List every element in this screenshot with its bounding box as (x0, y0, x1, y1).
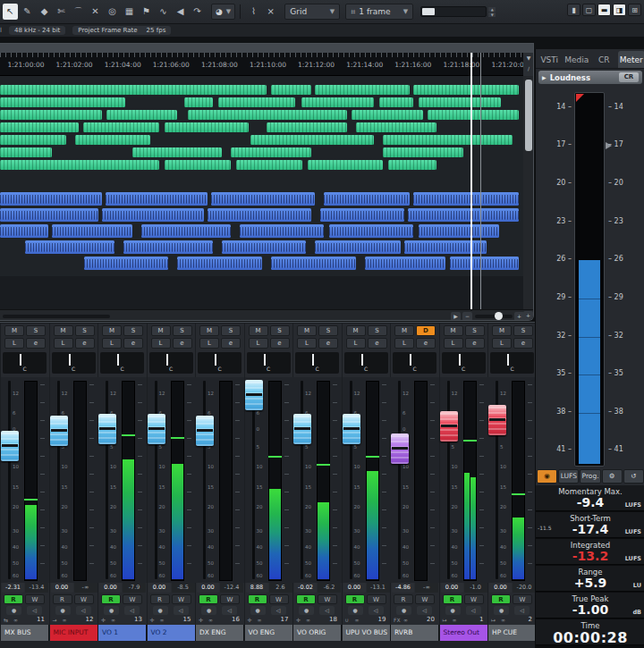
mute-button[interactable]: M (54, 325, 73, 336)
tab-meter[interactable]: Meter (618, 51, 644, 68)
draw-tool-icon[interactable]: ✎ (20, 4, 35, 20)
zoom-stepper[interactable]: ▲▼ (488, 7, 496, 17)
pan-control[interactable]: C (344, 352, 388, 374)
peak-value[interactable]: -6.2 (318, 583, 341, 593)
write-automation-button[interactable]: W (415, 594, 435, 604)
mute-button[interactable]: M (492, 325, 512, 336)
read-automation-button[interactable]: R (443, 594, 462, 604)
fader-track[interactable] (350, 381, 352, 579)
gain-value[interactable]: 0.00 (489, 583, 512, 593)
audio-clip[interactable] (25, 240, 114, 254)
write-automation-button[interactable]: W (220, 594, 240, 604)
window-zone-right-button[interactable]: ◨ (613, 4, 626, 16)
monitor-button[interactable]: ◁ (76, 606, 91, 615)
midi-clip[interactable] (383, 135, 513, 145)
gain-value[interactable]: 0.00 (51, 583, 73, 593)
pan-control[interactable]: C (247, 352, 291, 374)
play-tiny-button[interactable]: ▶ (451, 312, 461, 321)
write-automation-button[interactable]: W (25, 594, 45, 604)
gain-value[interactable]: 0.00 (441, 583, 463, 593)
write-automation-button[interactable]: W (513, 594, 532, 604)
audio-clip[interactable] (408, 208, 519, 222)
audio-clip[interactable] (404, 240, 487, 254)
monitor-button[interactable]: ◁ (369, 606, 384, 615)
fader-track[interactable] (8, 381, 11, 579)
audio-clip[interactable] (52, 224, 132, 238)
vertical-scrollbar[interactable] (523, 76, 534, 309)
frame-rate-display[interactable]: Project Frame Rate 25 fps (72, 26, 171, 35)
pan-control[interactable]: C (52, 352, 96, 374)
record-enable-button[interactable]: ● (250, 606, 266, 615)
midi-clip[interactable] (0, 122, 79, 132)
edit-channel-button[interactable]: e (513, 338, 533, 349)
pan-control[interactable]: C (149, 352, 193, 374)
midi-clip[interactable] (0, 110, 102, 120)
channel-name[interactable]: MX BUS (1, 625, 49, 641)
snap-icon[interactable]: ⨯ (263, 4, 278, 20)
loudness-section-header[interactable]: ▶ Loudness CR (538, 71, 642, 84)
record-enable-button[interactable]: ● (201, 606, 216, 615)
audio-clip[interactable] (413, 192, 519, 206)
monitor-button[interactable]: ◁ (124, 606, 140, 615)
audio-clip[interactable] (271, 257, 356, 270)
listen-button[interactable]: L (444, 338, 463, 349)
pan-control[interactable]: C (393, 352, 436, 374)
pan-control[interactable]: C (198, 352, 242, 374)
solo-button[interactable]: S (75, 325, 95, 336)
meter-lufs-button[interactable]: LUFS (558, 469, 579, 484)
window-zone-lower-button[interactable]: ▢ (582, 4, 596, 16)
solo-defeat-button[interactable]: D (416, 325, 436, 336)
meter-settings-button[interactable]: ⚙ (602, 469, 623, 484)
write-automation-button[interactable]: W (74, 594, 94, 604)
glue-tool-icon[interactable]: ⌒ (71, 4, 86, 20)
midi-clip[interactable] (419, 97, 501, 107)
peak-value[interactable]: -13.1 (367, 583, 390, 593)
edit-channel-button[interactable]: e (465, 338, 485, 349)
record-enable-button[interactable]: ● (55, 606, 71, 615)
monitor-button[interactable]: ◁ (27, 606, 42, 615)
mute-button[interactable]: M (199, 325, 219, 336)
read-automation-button[interactable]: R (150, 594, 170, 604)
solo-button[interactable]: S (173, 325, 192, 336)
audio-clip[interactable] (141, 224, 231, 238)
playhead-cursor[interactable] (470, 53, 472, 309)
fader-handle[interactable] (343, 414, 360, 444)
gain-value[interactable]: 0.00 (343, 583, 366, 593)
record-enable-button[interactable]: ● (445, 606, 461, 615)
audio-clip[interactable] (320, 208, 404, 222)
read-automation-button[interactable]: R (394, 594, 413, 604)
midi-clip[interactable] (188, 110, 347, 120)
fader-track[interactable] (301, 381, 303, 579)
listen-button[interactable]: L (492, 338, 512, 349)
timeline-ruler[interactable]: 1:21:00:001:21:02:001:21:04:001:21:06:00… (0, 53, 523, 76)
audio-clip[interactable] (240, 224, 324, 238)
midi-clip[interactable] (184, 97, 213, 107)
audio-clip[interactable] (177, 257, 262, 270)
mute-button[interactable]: M (297, 325, 317, 336)
audio-clip[interactable] (102, 208, 204, 222)
comp-tool-icon[interactable]: ↷ (190, 4, 205, 20)
solo-button[interactable]: S (465, 325, 485, 336)
audio-clip[interactable] (208, 208, 311, 222)
solo-button[interactable]: S (513, 325, 533, 336)
read-automation-button[interactable]: R (345, 594, 365, 604)
mute-button[interactable]: M (346, 325, 366, 336)
fader-handle[interactable] (245, 380, 263, 410)
listen-button[interactable]: L (249, 338, 268, 349)
solo-button[interactable]: S (221, 325, 241, 336)
pan-control[interactable]: C (3, 352, 47, 374)
channel-name[interactable]: VO ENG (245, 625, 293, 641)
read-automation-button[interactable]: R (53, 594, 72, 604)
fader-track[interactable] (398, 381, 401, 579)
hand-tool-icon[interactable]: ▦ (122, 4, 137, 20)
edit-channel-button[interactable]: e (221, 338, 241, 349)
channel-name[interactable]: HP CUE (488, 625, 537, 641)
midi-clip[interactable] (356, 122, 436, 132)
window-zone-bottom-button[interactable]: ▬ (597, 4, 611, 16)
midi-clip[interactable] (106, 110, 177, 120)
automation-toggle-icon[interactable]: ⌇ (246, 4, 261, 20)
solo-button[interactable]: S (26, 325, 46, 336)
read-automation-button[interactable]: R (248, 594, 267, 604)
midi-clip[interactable] (267, 122, 347, 132)
mute-tool-icon[interactable]: ✕ (88, 4, 103, 20)
